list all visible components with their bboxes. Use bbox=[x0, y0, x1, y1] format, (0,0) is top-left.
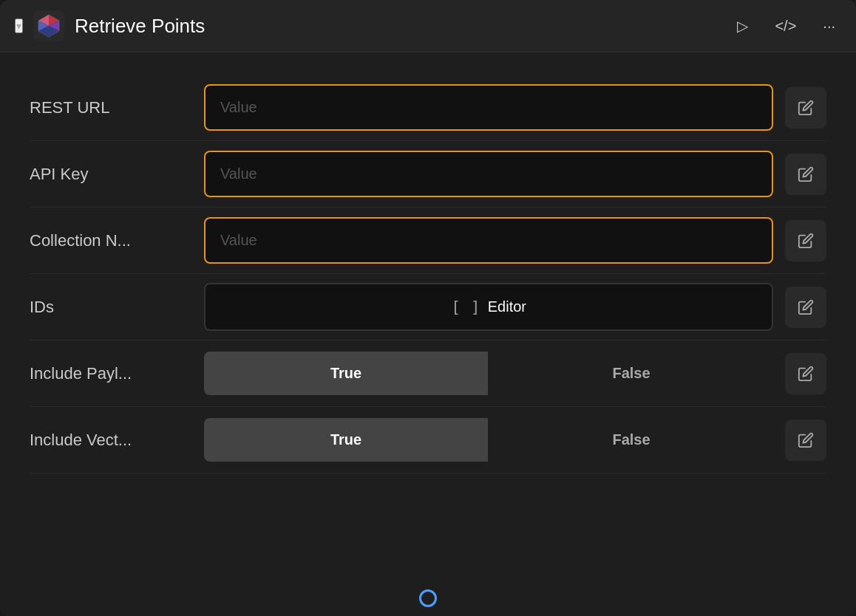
pencil-icon bbox=[798, 432, 814, 448]
include-payload-label: Include Payl... bbox=[30, 364, 192, 383]
page-title: Retrieve Points bbox=[75, 15, 721, 38]
run-button[interactable]: ▷ bbox=[731, 14, 754, 38]
ids-row: IDs [ ] Editor bbox=[30, 274, 826, 340]
ids-input-area: [ ] Editor bbox=[204, 283, 773, 331]
rest-url-edit-button[interactable] bbox=[785, 87, 826, 129]
app-logo bbox=[33, 10, 64, 41]
api-key-edit-button[interactable] bbox=[785, 154, 826, 195]
api-key-row: API Key bbox=[30, 141, 826, 208]
api-key-input-area bbox=[204, 151, 773, 197]
api-key-label: API Key bbox=[30, 165, 192, 184]
ids-editor-label: Editor bbox=[488, 298, 526, 315]
rest-url-input-area bbox=[204, 84, 773, 131]
collection-name-input-area bbox=[204, 217, 773, 264]
code-button[interactable]: </> bbox=[769, 15, 802, 38]
include-payload-toggle: True False bbox=[204, 352, 773, 395]
bottom-connector bbox=[0, 581, 856, 616]
header: ▾ Retrieve Points ▷ </> ··· bbox=[0, 0, 856, 52]
include-payload-row: Include Payl... True False bbox=[30, 340, 826, 407]
include-vectors-label: Include Vect... bbox=[30, 431, 192, 450]
header-actions: ▷ </> ··· bbox=[731, 14, 841, 38]
pencil-icon bbox=[798, 366, 814, 382]
collection-name-input[interactable] bbox=[204, 217, 773, 264]
pencil-icon bbox=[798, 233, 814, 249]
ids-brackets: [ ] bbox=[451, 298, 480, 316]
fields-container: REST URL API Key bbox=[0, 52, 856, 581]
more-button[interactable]: ··· bbox=[817, 15, 841, 38]
api-key-input[interactable] bbox=[204, 151, 773, 197]
rest-url-row: REST URL bbox=[30, 75, 826, 141]
collection-name-edit-button[interactable] bbox=[785, 220, 826, 261]
include-vectors-input-area: True False bbox=[204, 418, 773, 462]
include-payload-input-area: True False bbox=[204, 352, 773, 395]
pencil-icon bbox=[798, 100, 814, 116]
rest-url-input[interactable] bbox=[204, 84, 773, 131]
include-vectors-row: Include Vect... True False bbox=[30, 407, 826, 473]
include-payload-edit-button[interactable] bbox=[785, 353, 826, 394]
collection-name-row: Collection N... bbox=[30, 208, 826, 274]
main-panel: ▾ Retrieve Points ▷ </> ··· REST bbox=[0, 0, 856, 616]
ids-edit-button[interactable] bbox=[785, 287, 826, 328]
rest-url-label: REST URL bbox=[30, 98, 192, 117]
pencil-icon bbox=[798, 166, 814, 182]
ids-editor-button[interactable]: [ ] Editor bbox=[204, 283, 773, 331]
include-vectors-edit-button[interactable] bbox=[785, 420, 826, 461]
output-connector-dot[interactable] bbox=[419, 589, 437, 607]
chevron-down-icon[interactable]: ▾ bbox=[15, 18, 23, 33]
collection-name-label: Collection N... bbox=[30, 231, 192, 250]
include-vectors-true-button[interactable]: True bbox=[204, 418, 488, 462]
ids-label: IDs bbox=[30, 298, 192, 317]
include-payload-false-button[interactable]: False bbox=[489, 352, 773, 395]
include-payload-true-button[interactable]: True bbox=[204, 352, 488, 395]
include-vectors-toggle: True False bbox=[204, 418, 773, 462]
include-vectors-false-button[interactable]: False bbox=[489, 418, 773, 462]
pencil-icon bbox=[798, 299, 814, 315]
